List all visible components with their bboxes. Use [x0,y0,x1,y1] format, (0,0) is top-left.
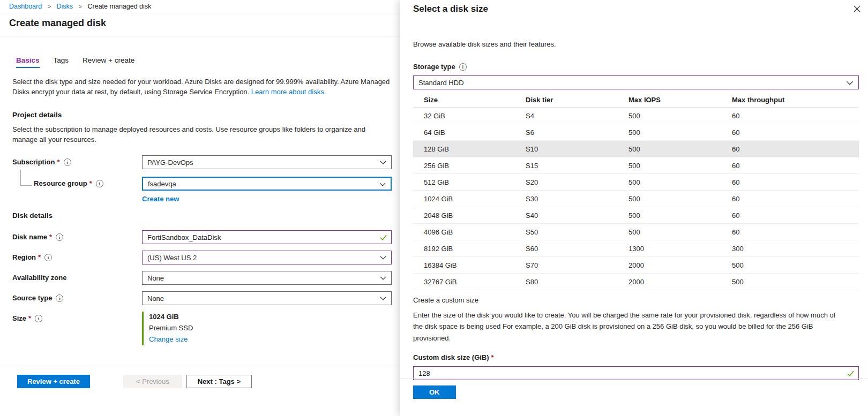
custom-disk-size-label: Custom disk size (GiB) * [413,353,859,361]
breadcrumb-separator-icon: > [79,3,82,10]
source-type-label: Source type [12,291,142,302]
disk-name-field-row: Disk name * [12,230,392,244]
disk-name-input[interactable] [147,233,376,241]
info-icon[interactable] [56,233,63,241]
subscription-field-row: Subscription * PAYG-DevOps [12,155,392,169]
disk-size-row-selected[interactable]: 128 GiBS1050060 [413,141,859,157]
info-icon[interactable] [35,315,42,322]
resource-group-dropdown[interactable]: fsadevqa [142,177,392,191]
tab-review-create[interactable]: Review + create [83,56,134,68]
disk-size-row[interactable]: 512 GiBS2050060 [413,174,859,191]
disk-size-table-header: Size Disk tier Max IOPS Max throughput [413,92,859,108]
subscription-label: Subscription * [12,155,142,166]
chevron-down-icon [380,297,386,301]
required-marker: * [57,158,59,166]
breadcrumb-separator-icon: > [48,3,51,10]
breadcrumb-current: Create managed disk [88,3,152,10]
column-header-max-iops: Max IOPS [628,96,732,104]
info-icon[interactable] [64,158,71,166]
next-tags-button[interactable]: Next : Tags > [186,375,252,388]
project-details-form: Subscription * PAYG-DevOps Resource grou… [12,155,392,203]
previous-button[interactable]: < Previous [123,375,182,388]
resource-group-field-row: Resource group * fsadevqa Create new [12,177,392,203]
subscription-dropdown[interactable]: PAYG-DevOps [142,155,392,169]
change-size-link[interactable]: Change size [149,335,188,343]
ok-button[interactable]: OK [413,385,456,399]
disk-size-row[interactable]: 64 GiBS650060 [413,124,859,141]
disk-size-table: Size Disk tier Max IOPS Max throughput 3… [413,92,859,290]
info-icon[interactable] [44,254,52,261]
size-tier: Premium SSD [149,324,392,332]
hierarchy-connector [20,170,32,186]
info-icon[interactable] [56,294,63,302]
storage-type-dropdown[interactable]: Standard HDD [413,75,859,89]
size-field-row: Size * 1024 GiB Premium SSD Change size [12,312,392,345]
panel-title: Select a disk size [413,0,859,14]
source-type-dropdown[interactable]: None [142,291,392,305]
availability-zone-label: Availability zone [12,271,142,282]
intro-text: Select the disk type and size needed for… [12,77,392,97]
disk-details-heading: Disk details [12,211,392,220]
disk-size-row[interactable]: 2048 GiBS4050060 [413,207,859,224]
select-disk-size-panel: Select a disk size Browse available disk… [400,0,868,416]
region-label: Region * [12,251,142,261]
disk-size-row[interactable]: 32 GiBS450060 [413,108,859,124]
chevron-down-icon [380,276,386,281]
project-details-description: Select the subscription to manage deploy… [12,125,392,145]
region-field-row: Region * (US) West US 2 [12,251,392,264]
valid-check-icon [847,370,854,376]
required-marker: * [491,353,494,361]
size-summary: 1024 GiB Premium SSD Change size [142,312,392,345]
panel-footer: OK [400,379,868,416]
azure-portal-screen: Dashboard > Disks > Create managed disk … [0,0,868,416]
chevron-down-icon [380,256,386,260]
tab-bar: Basics Tags Review + create [16,56,392,68]
availability-zone-field-row: Availability zone None [12,271,392,285]
info-icon[interactable] [459,63,467,71]
breadcrumb-disks-link[interactable]: Disks [57,3,73,10]
chevron-down-icon [380,161,386,165]
close-icon[interactable] [853,5,861,13]
disk-details-form: Disk name * Region * [12,230,392,345]
breadcrumb: Dashboard > Disks > Create managed disk [0,0,400,13]
review-create-button[interactable]: Review + create [17,375,90,388]
page-title: Create managed disk [0,13,400,36]
chevron-down-icon [379,183,386,187]
required-marker: * [38,253,41,261]
disk-size-row[interactable]: 256 GiBS1550060 [413,157,859,174]
create-custom-size-heading: Create a custom size [413,296,859,304]
disk-size-row[interactable]: 4096 GiBS5050060 [413,224,859,240]
column-header-disk-tier: Disk tier [526,96,628,104]
tab-basics[interactable]: Basics [16,56,40,68]
source-type-field-row: Source type None [12,291,392,305]
disk-size-row[interactable]: 16384 GiBS702000500 [413,257,859,274]
learn-more-disks-link[interactable]: Learn more about disks. [251,88,326,96]
required-marker: * [28,314,31,322]
custom-disk-size-input[interactable] [418,369,843,377]
size-value: 1024 GiB [149,313,392,321]
region-dropdown[interactable]: (US) West US 2 [142,251,392,264]
chevron-down-icon [846,81,854,86]
valid-check-icon [380,235,387,240]
availability-zone-dropdown[interactable]: None [142,271,392,285]
custom-size-description: Enter the size of the disk you would lik… [413,309,842,344]
size-label: Size * [12,312,142,322]
column-header-size: Size [413,96,526,104]
create-new-link[interactable]: Create new [142,195,179,203]
create-managed-disk-page: Dashboard > Disks > Create managed disk … [0,0,400,416]
disk-size-row[interactable]: 8192 GiBS601300300 [413,240,859,257]
breadcrumb-dashboard-link[interactable]: Dashboard [9,3,42,10]
disk-size-row[interactable]: 32767 GiBS802000500 [413,274,859,290]
intro-body: Select the disk type and size needed for… [12,78,390,96]
wizard-footer: Review + create < Previous Next : Tags > [0,366,400,416]
storage-type-label: Storage type [413,63,859,71]
tab-tags[interactable]: Tags [54,56,69,68]
required-marker: * [49,233,52,241]
column-header-max-throughput: Max throughput [732,96,859,104]
project-details-heading: Project details [12,111,392,119]
disk-name-label: Disk name * [12,230,142,241]
required-marker: * [89,179,92,187]
disk-name-input-wrap [142,230,392,244]
info-icon[interactable] [96,180,103,187]
disk-size-row[interactable]: 1024 GiBS3050060 [413,191,859,207]
